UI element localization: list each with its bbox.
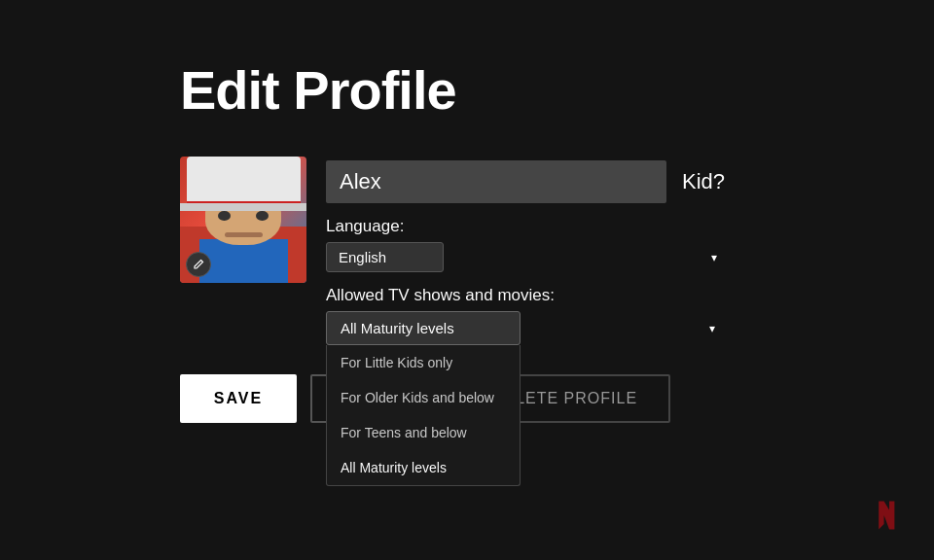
maturity-option-all[interactable]: All Maturity levels [327, 450, 520, 485]
maturity-select-wrapper[interactable]: For Little Kids only For Older Kids and … [326, 311, 725, 345]
maturity-section: Allowed TV shows and movies: For Little … [326, 286, 725, 345]
avatar-container [180, 157, 306, 283]
language-chevron-icon: ▾ [711, 251, 717, 264]
brand-logo [872, 498, 907, 537]
save-button[interactable]: SAVE [180, 374, 297, 423]
maturity-select[interactable]: For Little Kids only For Older Kids and … [326, 311, 521, 345]
language-label: Language: [326, 217, 725, 236]
edit-avatar-button[interactable] [186, 252, 211, 277]
brand-logo-icon [872, 498, 907, 533]
page-container: Edit Profile [0, 0, 934, 560]
maturity-option-teens[interactable]: For Teens and below [327, 415, 520, 450]
pencil-icon [193, 259, 204, 270]
language-select[interactable]: English Spanish French German Portuguese [326, 242, 444, 272]
profile-row: Kid? Language: English Spanish French Ge… [180, 157, 725, 345]
maturity-chevron-icon: ▾ [709, 322, 715, 335]
kid-label: Kid? [682, 169, 725, 194]
maturity-option-older-kids[interactable]: For Older Kids and below [327, 380, 520, 415]
maturity-label: Allowed TV shows and movies: [326, 286, 725, 305]
page-title: Edit Profile [180, 58, 456, 122]
maturity-option-little-kids[interactable]: For Little Kids only [327, 345, 520, 380]
maturity-dropdown-menu: For Little Kids only For Older Kids and … [326, 345, 521, 486]
language-select-wrapper: English Spanish French German Portuguese… [326, 242, 725, 272]
name-kid-row: Kid? [326, 160, 725, 203]
profile-name-input[interactable] [326, 160, 666, 203]
language-section: Language: English Spanish French German … [326, 217, 725, 272]
form-area: Kid? Language: English Spanish French Ge… [326, 157, 725, 345]
